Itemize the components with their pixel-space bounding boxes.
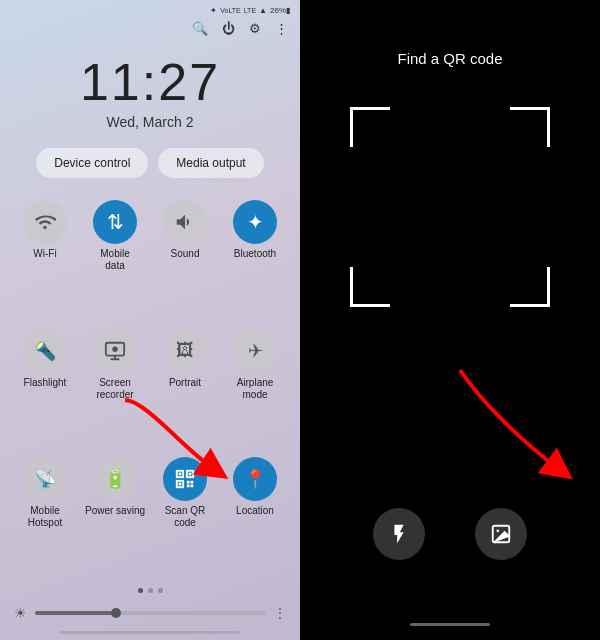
qs-sound[interactable]: Sound: [150, 192, 220, 321]
quick-settings-grid: Wi-Fi ⇅ Mobiledata Sound ✦ Bluetooth 🔦 F…: [0, 188, 300, 582]
screen-recorder-icon: [93, 329, 137, 373]
airplane-icon: ✈: [233, 329, 277, 373]
airplane-label: Airplanemode: [237, 377, 274, 401]
wifi-icon: [23, 200, 67, 244]
svg-rect-9: [191, 481, 194, 484]
qs-power-saving[interactable]: 🔋 Power saving: [80, 449, 150, 578]
hotspot-label: MobileHotspot: [28, 505, 62, 529]
nav-bottom: [300, 623, 600, 626]
settings-icon[interactable]: ⚙: [249, 21, 261, 36]
date-display: Wed, March 2: [0, 114, 300, 130]
bluetooth-icon: ✦: [233, 200, 277, 244]
control-buttons: Device control Media output: [0, 136, 300, 188]
scan-qr-icon: [163, 457, 207, 501]
signal-icon: ▲: [259, 6, 267, 15]
svg-rect-6: [189, 473, 192, 476]
qs-portrait[interactable]: 🖼 Portrait: [150, 321, 220, 450]
svg-point-15: [496, 529, 499, 532]
location-icon: 📍: [233, 457, 277, 501]
dot-2: [148, 588, 153, 593]
time-section: 11:27 Wed, March 2: [0, 42, 300, 136]
nav-bar-indicator: [410, 623, 490, 626]
mobile-data-label: Mobiledata: [100, 248, 129, 272]
status-icons: ✦ VoLTE LTE ▲ 26%▮: [210, 6, 290, 15]
dot-3: [158, 588, 163, 593]
location-label: Location: [236, 505, 274, 517]
search-icon[interactable]: 🔍: [192, 21, 208, 36]
brightness-thumb: [111, 608, 121, 618]
qs-screen-recorder[interactable]: Screenrecorder: [80, 321, 150, 450]
volte-icon: VoLTE: [220, 7, 241, 14]
power-saving-label: Power saving: [85, 505, 145, 517]
svg-rect-5: [179, 473, 182, 476]
bluetooth-status-icon: ✦: [210, 6, 217, 15]
svg-rect-11: [191, 485, 194, 488]
time-display: 11:27: [0, 52, 300, 112]
bracket-top-left: [350, 107, 390, 147]
portrait-label: Portrait: [169, 377, 201, 389]
lte-icon: LTE: [244, 7, 256, 14]
brightness-more[interactable]: ⋮: [274, 606, 286, 620]
battery-icon: 26%▮: [270, 6, 290, 15]
sound-icon: [163, 200, 207, 244]
flashlight-icon: 🔦: [23, 329, 67, 373]
qr-finder: [350, 107, 550, 307]
qs-airplane[interactable]: ✈ Airplanemode: [220, 321, 290, 450]
svg-point-1: [112, 346, 118, 352]
brightness-icon: ☀: [14, 605, 27, 621]
hotspot-icon: 📡: [23, 457, 67, 501]
svg-rect-7: [179, 483, 182, 486]
sound-label: Sound: [171, 248, 200, 260]
mobile-data-icon: ⇅: [93, 200, 137, 244]
wifi-label: Wi-Fi: [33, 248, 56, 260]
status-bar: ✦ VoLTE LTE ▲ 26%▮: [0, 0, 300, 19]
bracket-top-right: [510, 107, 550, 147]
screen-recorder-label: Screenrecorder: [96, 377, 133, 401]
qs-bluetooth[interactable]: ✦ Bluetooth: [220, 192, 290, 321]
qs-hotspot[interactable]: 📡 MobileHotspot: [10, 449, 80, 578]
gallery-button[interactable]: [475, 508, 527, 560]
media-output-button[interactable]: Media output: [158, 148, 263, 178]
more-icon[interactable]: ⋮: [275, 21, 288, 36]
qs-location[interactable]: 📍 Location: [220, 449, 290, 578]
power-icon[interactable]: ⏻: [222, 21, 235, 36]
qr-title: Find a QR code: [397, 50, 502, 67]
brightness-bar[interactable]: [35, 611, 266, 615]
flashlight-button[interactable]: [373, 508, 425, 560]
left-panel: ✦ VoLTE LTE ▲ 26%▮ 🔍 ⏻ ⚙ ⋮ 11:27 Wed, Ma…: [0, 0, 300, 640]
bottom-icons-row: [373, 508, 527, 560]
page-dots: [0, 582, 300, 599]
bracket-bottom-right: [510, 267, 550, 307]
svg-rect-8: [187, 481, 190, 484]
device-control-button[interactable]: Device control: [36, 148, 148, 178]
brightness-row: ☀ ⋮: [0, 599, 300, 631]
qs-flashlight[interactable]: 🔦 Flashlight: [10, 321, 80, 450]
brightness-fill: [35, 611, 116, 615]
power-saving-icon: 🔋: [93, 457, 137, 501]
bracket-bottom-left: [350, 267, 390, 307]
bluetooth-label: Bluetooth: [234, 248, 276, 260]
navigation-bar: [60, 631, 240, 634]
flashlight-label: Flashlight: [24, 377, 67, 389]
qs-mobile-data[interactable]: ⇅ Mobiledata: [80, 192, 150, 321]
scan-qr-label: Scan QRcode: [165, 505, 206, 529]
dot-1: [138, 588, 143, 593]
top-controls: 🔍 ⏻ ⚙ ⋮: [0, 19, 300, 42]
qs-wifi[interactable]: Wi-Fi: [10, 192, 80, 321]
portrait-icon: 🖼: [163, 329, 207, 373]
red-arrow-right: [430, 360, 590, 490]
right-panel: Find a QR code: [300, 0, 600, 640]
svg-rect-10: [187, 485, 190, 488]
qs-scan-qr[interactable]: Scan QRcode: [150, 449, 220, 578]
